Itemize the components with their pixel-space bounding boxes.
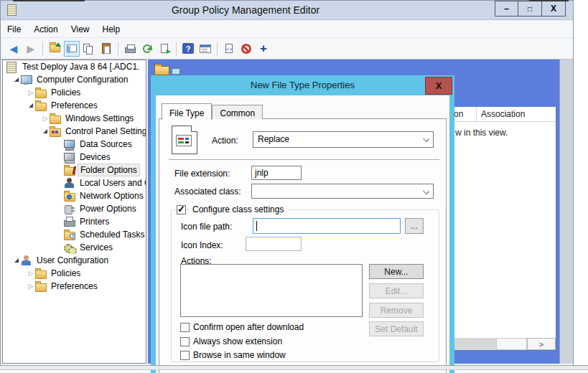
bottom-edge-band	[0, 365, 588, 370]
tree-item-policies[interactable]: ▷Policies	[3, 86, 146, 99]
browse-in-same-window-checkbox[interactable]: Browse in same window	[180, 350, 286, 360]
menu-help[interactable]: Help	[96, 22, 127, 37]
always-show-extension-checkbox[interactable]: Always show extension	[180, 336, 282, 346]
menu-file[interactable]: File	[1, 22, 27, 37]
icon-file-path-input[interactable]	[253, 218, 401, 234]
associated-class-label: Associated class:	[174, 186, 241, 197]
scroll-right-button[interactable]: >	[527, 338, 556, 350]
show-console-tree-icon[interactable]	[64, 41, 80, 57]
dialog-title-bar[interactable]: New File Type Properties X	[151, 75, 454, 95]
data-sources-icon	[63, 139, 75, 150]
tree-item-network-options[interactable]: Network Options	[3, 189, 146, 202]
tree-item-root[interactable]: Test Deploy Java 8 64 [.ADC1.	[3, 60, 146, 73]
background-window-sliver	[529, 0, 569, 1]
maximize-button[interactable]: □	[518, 1, 542, 16]
folder-icon	[34, 268, 47, 279]
close-button[interactable]: X	[542, 1, 566, 16]
menu-action[interactable]: Action	[27, 22, 64, 37]
tree-item-services[interactable]: Services	[3, 241, 146, 254]
gpo-scroll-icon	[6, 62, 18, 72]
forward-icon[interactable]: ▶	[23, 41, 39, 57]
back-icon[interactable]: ◀	[6, 41, 22, 57]
edit-button[interactable]: Edit...	[369, 283, 424, 298]
remove-button[interactable]: Remove	[369, 303, 424, 318]
chevron-down-icon	[423, 188, 429, 194]
new-button[interactable]: New...	[369, 264, 424, 279]
checkbox-unchecked-icon[interactable]	[180, 351, 190, 360]
set-default-button[interactable]: Set Default	[369, 321, 424, 336]
export-list-icon[interactable]	[157, 41, 172, 57]
confirm-open-checkbox[interactable]: Confirm open after download	[180, 322, 304, 332]
menu-bar: File Action View Help	[1, 21, 573, 38]
scrollbar-track[interactable]	[452, 338, 496, 350]
associated-class-combobox[interactable]	[251, 184, 434, 199]
separator-line	[169, 159, 439, 160]
tree-item-folder-options[interactable]: Folder Options	[3, 164, 146, 176]
add-icon[interactable]: +	[256, 41, 271, 57]
show-window-list-icon[interactable]	[197, 41, 213, 57]
devices-icon	[63, 152, 75, 163]
tab-common[interactable]: Common	[212, 105, 263, 119]
folder-icon	[34, 100, 47, 111]
icon-file-path-label: Icon file path:	[181, 222, 232, 232]
checkbox-unchecked-icon[interactable]	[180, 337, 190, 346]
title-bar[interactable]: Group Policy Management Editor – □ X	[1, 1, 573, 20]
configure-class-settings-checkbox[interactable]: Configure class settings	[177, 204, 286, 214]
action-label: Action:	[212, 136, 238, 146]
tree-item-user-policies[interactable]: ▷Policies	[3, 267, 146, 280]
folder-options-banner-icon	[154, 66, 169, 75]
tab-file-type[interactable]: File Type	[162, 103, 212, 120]
list-header: on Association	[452, 107, 556, 122]
folder-icon	[34, 281, 47, 292]
icon-index-input[interactable]	[246, 237, 302, 251]
tree-item-user-configuration[interactable]: User Configuration	[3, 254, 146, 267]
tree-item-local-users-and-groups[interactable]: Local Users and G	[3, 176, 146, 189]
dialog-close-button[interactable]: X	[425, 77, 452, 95]
print-icon[interactable]	[122, 41, 138, 57]
copy-icon[interactable]	[81, 41, 97, 57]
tree-item-printers[interactable]: Printers	[3, 215, 146, 228]
refresh-icon[interactable]	[139, 41, 155, 57]
checkbox-checked-icon[interactable]	[177, 205, 186, 214]
column-header-association[interactable]: Association	[477, 107, 556, 121]
folder-options-icon	[63, 165, 75, 176]
tree-item-control-panel-settings[interactable]: Control Panel Setting	[3, 125, 146, 138]
actions-listbox[interactable]	[180, 264, 363, 317]
up-one-level-icon[interactable]	[47, 41, 62, 57]
tree-item-power-options[interactable]: Power Options	[3, 202, 146, 215]
file-extension-label: File extension:	[174, 169, 230, 179]
icon-index-label: Icon Index:	[181, 240, 223, 250]
tree-item-data-sources[interactable]: Data Sources	[3, 138, 146, 151]
tree-item-user-preferences[interactable]: ▷Preferences	[3, 280, 146, 293]
local-users-icon	[63, 178, 75, 189]
checkbox-unchecked-icon[interactable]	[180, 323, 190, 332]
browse-button[interactable]: ...	[405, 218, 424, 234]
horizontal-scrollbar[interactable]: >	[452, 338, 556, 350]
tree-item-preferences[interactable]: Preferences	[3, 99, 146, 112]
printers-icon	[63, 217, 75, 227]
computer-icon	[20, 75, 32, 85]
power-options-icon	[63, 204, 75, 214]
prohibit-icon[interactable]	[238, 41, 254, 57]
file-extension-input[interactable]: jnlp	[251, 166, 302, 180]
menu-view[interactable]: View	[65, 22, 96, 37]
minimize-button[interactable]: –	[495, 1, 518, 16]
user-icon	[20, 255, 32, 266]
properties-icon[interactable]	[221, 41, 237, 57]
tree-item-devices[interactable]: Devices	[3, 151, 146, 164]
toolbar-separator	[217, 42, 218, 56]
column-header-action[interactable]: on	[452, 107, 477, 121]
tree-item-scheduled-tasks[interactable]: Scheduled Tasks	[3, 228, 146, 241]
scrollbar-thumb[interactable]	[496, 338, 527, 350]
folder-icon	[49, 113, 61, 124]
toolbar: ◀ ▶ ? +	[1, 38, 573, 60]
paste-icon[interactable]	[98, 41, 114, 57]
text-caret	[256, 221, 257, 231]
new-file-type-properties-dialog: New File Type Properties X File Type Com…	[151, 75, 454, 373]
tree-item-windows-settings[interactable]: ▷Windows Settings	[3, 112, 146, 125]
tree-item-computer-configuration[interactable]: Computer Configuration	[3, 73, 146, 86]
background-window-sliver	[13, 0, 85, 1]
help-icon[interactable]: ?	[180, 41, 196, 57]
action-combobox[interactable]: Replace	[253, 131, 434, 148]
window-right-border	[559, 60, 573, 364]
